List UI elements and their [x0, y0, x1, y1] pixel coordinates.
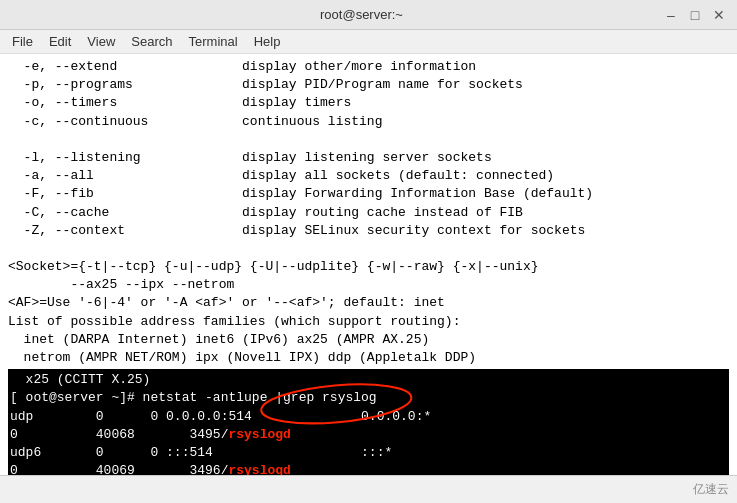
- terminal-line: -p, --programs display PID/Program name …: [8, 76, 729, 94]
- terminal-line: <Socket>={-t|--tcp} {-u|--udp} {-U|--udp…: [8, 258, 729, 276]
- window-controls: – □ ✕: [663, 7, 727, 23]
- terminal-line: List of possible address families (which…: [8, 313, 729, 331]
- terminal-line: -o, --timers display timers: [8, 94, 729, 112]
- terminal-line: udp6 0 0 :::514 :::*: [8, 444, 729, 462]
- watermark-text: 亿速云: [693, 481, 729, 498]
- terminal-line: 0 40069 3496/rsyslogd: [8, 462, 729, 475]
- terminal-line: -Z, --context display SELinux security c…: [8, 222, 729, 240]
- window-title: root@server:~: [60, 7, 663, 22]
- bottom-bar: 亿速云: [0, 475, 737, 503]
- menu-help[interactable]: Help: [246, 32, 289, 51]
- terminal-line: x25 (CCITT X.25): [8, 371, 729, 389]
- terminal-line: --ax25 --ipx --netrom: [8, 276, 729, 294]
- terminal-line: netrom (AMPR NET/ROM) ipx (Novell IPX) d…: [8, 349, 729, 367]
- terminal-line: -c, --continuous continuous listing: [8, 113, 729, 131]
- close-button[interactable]: ✕: [711, 7, 727, 23]
- title-bar: root@server:~ – □ ✕: [0, 0, 737, 30]
- menu-edit[interactable]: Edit: [41, 32, 79, 51]
- terminal-line: -F, --fib display Forwarding Information…: [8, 185, 729, 203]
- terminal-wrapper: -e, --extend display other/more informat…: [0, 54, 737, 475]
- menu-terminal[interactable]: Terminal: [181, 32, 246, 51]
- rsyslogd-2: rsyslogd: [228, 463, 290, 475]
- terminal-line: -a, --all display all sockets (default: …: [8, 167, 729, 185]
- terminal-window: root@server:~ – □ ✕ File Edit View Searc…: [0, 0, 737, 503]
- terminal-line: [8, 131, 729, 149]
- maximize-button[interactable]: □: [687, 7, 703, 23]
- menu-file[interactable]: File: [4, 32, 41, 51]
- terminal-line: inet (DARPA Internet) inet6 (IPv6) ax25 …: [8, 331, 729, 349]
- terminal-line: <AF>=Use '-6|-4' or '-A <af>' or '--<af>…: [8, 294, 729, 312]
- terminal-line: [ oot@server ~]# netstat -antlupe |grep …: [8, 389, 729, 407]
- menu-bar: File Edit View Search Terminal Help: [0, 30, 737, 54]
- terminal-line: -l, --listening display listening server…: [8, 149, 729, 167]
- menu-search[interactable]: Search: [123, 32, 180, 51]
- terminal-line: udp 0 0 0.0.0.0:514 0.0.0.0:*: [8, 408, 729, 426]
- highlight-block: x25 (CCITT X.25) [ oot@server ~]# netsta…: [8, 369, 729, 475]
- terminal-line: 0 40068 3495/rsyslogd: [8, 426, 729, 444]
- minimize-button[interactable]: –: [663, 7, 679, 23]
- terminal-line: -e, --extend display other/more informat…: [8, 58, 729, 76]
- menu-view[interactable]: View: [79, 32, 123, 51]
- terminal-line: [8, 240, 729, 258]
- terminal-line: -C, --cache display routing cache instea…: [8, 204, 729, 222]
- terminal-content[interactable]: -e, --extend display other/more informat…: [0, 54, 737, 475]
- rsyslogd-1: rsyslogd: [228, 427, 290, 442]
